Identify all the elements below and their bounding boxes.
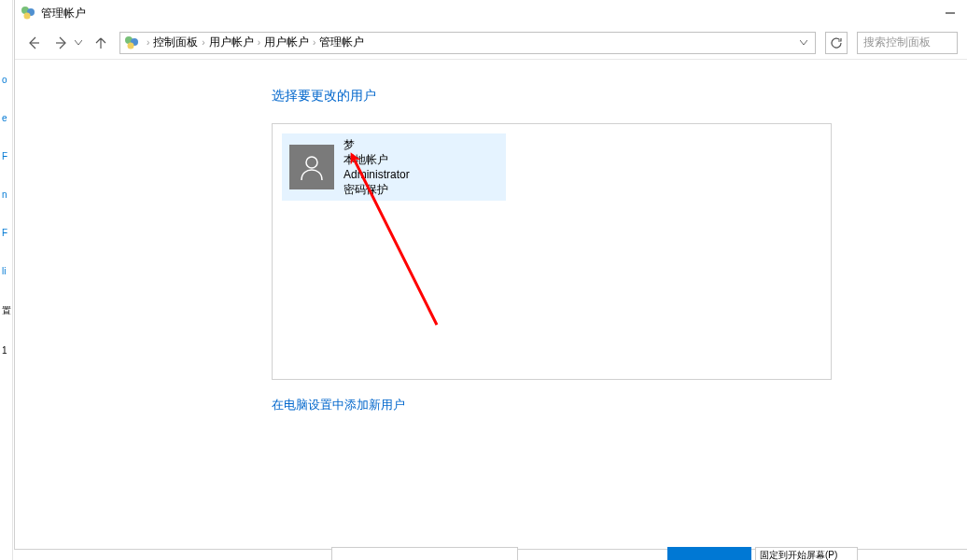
- user-name: 梦: [343, 137, 410, 152]
- search-input[interactable]: 搜索控制面板: [857, 32, 958, 54]
- bottom-edge: 固定到开始屏幕(P): [14, 549, 967, 560]
- left-edge-item: e: [0, 113, 12, 123]
- add-user-link[interactable]: 在电脑设置中添加新用户: [272, 397, 405, 413]
- location-icon: [124, 35, 139, 50]
- chevron-right-icon: ›: [202, 37, 204, 48]
- user-protection: 密码保护: [343, 182, 410, 197]
- left-edge-item: li: [0, 266, 12, 276]
- breadcrumb-dropdown-icon[interactable]: [796, 37, 811, 48]
- user-account-type: 本地帐户: [343, 152, 410, 167]
- user-info: 梦 本地帐户 Administrator 密码保护: [343, 137, 410, 198]
- user-avatar-icon: [289, 145, 334, 189]
- title-bar: 管理帐户: [15, 0, 967, 26]
- user-card[interactable]: 梦 本地帐户 Administrator 密码保护: [282, 133, 506, 201]
- content-area: 选择要更改的用户 梦 本地帐户 Administrator 密码保护 在电脑设置…: [15, 60, 967, 413]
- user-list-container: 梦 本地帐户 Administrator 密码保护: [272, 123, 832, 380]
- app-icon: [21, 6, 35, 21]
- refresh-button[interactable]: [825, 32, 848, 54]
- breadcrumb-item[interactable]: 用户帐户: [209, 35, 254, 50]
- breadcrumb[interactable]: › 控制面板 › 用户帐户 › 用户帐户 › 管理帐户: [119, 32, 816, 54]
- page-heading: 选择要更改的用户: [272, 88, 967, 105]
- svg-point-8: [128, 42, 134, 49]
- minimize-button[interactable]: [933, 0, 967, 26]
- forward-button[interactable]: [52, 34, 71, 52]
- left-edge-item: 1: [0, 345, 12, 356]
- control-panel-window: 管理帐户 › 控制: [14, 0, 967, 560]
- svg-point-2: [24, 13, 31, 20]
- chevron-right-icon: ›: [258, 37, 260, 48]
- up-button[interactable]: [91, 34, 110, 52]
- breadcrumb-item[interactable]: 管理帐户: [319, 35, 364, 50]
- bottom-fragment: 固定到开始屏幕(P): [667, 547, 858, 560]
- window-title: 管理帐户: [41, 6, 961, 21]
- left-edge-item: F: [0, 228, 12, 238]
- bottom-fragment: [331, 547, 518, 560]
- search-placeholder: 搜索控制面板: [863, 35, 931, 50]
- chevron-right-icon: ›: [313, 37, 315, 48]
- svg-point-9: [306, 157, 317, 168]
- left-edge-item: 置: [0, 304, 12, 317]
- left-edge-panel: o e F n F li 置 1: [0, 0, 13, 560]
- breadcrumb-item[interactable]: 控制面板: [153, 35, 198, 50]
- breadcrumb-item[interactable]: 用户帐户: [264, 35, 309, 50]
- left-edge-item: o: [0, 75, 12, 85]
- back-button[interactable]: [24, 34, 43, 52]
- chevron-right-icon: ›: [147, 37, 149, 48]
- history-dropdown[interactable]: [75, 37, 82, 48]
- left-edge-item: F: [0, 151, 12, 161]
- user-role: Administrator: [343, 167, 410, 182]
- navigation-bar: › 控制面板 › 用户帐户 › 用户帐户 › 管理帐户 搜索控制面板: [15, 26, 967, 60]
- left-edge-item: n: [0, 189, 12, 200]
